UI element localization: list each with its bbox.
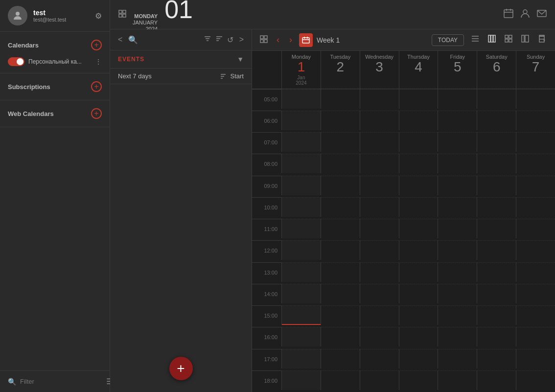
grid-cell-row7-col4[interactable] <box>438 240 477 260</box>
grid-cell-row2-col6[interactable] <box>516 132 555 152</box>
grid-cell-row2-col5[interactable] <box>477 132 516 152</box>
grid-cell-row8-col2[interactable] <box>360 262 399 282</box>
grid-cell-row7-col5[interactable] <box>477 240 516 260</box>
filter-icon[interactable] <box>204 35 211 45</box>
grid-cell-row11-col6[interactable] <box>516 327 555 346</box>
grid-cell-row7-col3[interactable] <box>399 240 438 260</box>
grid-cell-row0-col3[interactable] <box>399 89 438 109</box>
columns-view-button[interactable] <box>485 32 499 47</box>
grid-cell-row13-col4[interactable] <box>438 370 477 390</box>
grid-cell-row13-col1[interactable] <box>321 370 360 390</box>
grid-cell-row9-col6[interactable] <box>516 284 555 303</box>
grid-cell-row11-col1[interactable] <box>321 327 360 346</box>
grid-cell-row6-col1[interactable] <box>321 219 360 238</box>
print-button[interactable] <box>534 32 549 47</box>
add-event-button[interactable]: + <box>169 357 193 380</box>
grid-cell-row8-col3[interactable] <box>399 262 438 282</box>
grid-cell-row0-col6[interactable] <box>516 89 555 109</box>
grid-cell-row6-col6[interactable] <box>516 219 555 238</box>
grid-cell-row7-col2[interactable] <box>360 240 399 260</box>
mail-icon[interactable] <box>536 8 547 21</box>
grid-cell-row4-col3[interactable] <box>399 176 438 195</box>
grid-cell-row10-col1[interactable] <box>321 305 360 325</box>
grid-cell-row3-col5[interactable] <box>477 154 516 173</box>
grid-cell-row6-col5[interactable] <box>477 219 516 238</box>
grid-cell-row4-col5[interactable] <box>477 176 516 195</box>
grid-cell-row9-col4[interactable] <box>438 284 477 303</box>
grid-cell-row12-col2[interactable] <box>360 349 399 369</box>
grid-cell-row7-col0[interactable] <box>281 240 321 260</box>
events-next-button[interactable]: > <box>237 33 246 46</box>
add-calendar-button[interactable]: + <box>91 40 102 50</box>
grid-cell-row2-col1[interactable] <box>321 132 360 152</box>
events-prev-button[interactable]: < <box>116 33 124 46</box>
grid-cell-row12-col4[interactable] <box>438 349 477 369</box>
grid-cell-row11-col0[interactable] <box>281 327 321 346</box>
grid-cell-row8-col1[interactable] <box>321 262 360 282</box>
grid-cell-row11-col3[interactable] <box>399 327 438 346</box>
grid-cell-row6-col3[interactable] <box>399 219 438 238</box>
grid-cell-row9-col1[interactable] <box>321 284 360 303</box>
grid-cell-row4-col6[interactable] <box>516 176 555 195</box>
grid-cell-row8-col5[interactable] <box>477 262 516 282</box>
calendar-app-icon[interactable] <box>503 8 514 21</box>
grid-cell-row4-col2[interactable] <box>360 176 399 195</box>
grid-cell-row8-col6[interactable] <box>516 262 555 282</box>
grid-cell-row9-col5[interactable] <box>477 284 516 303</box>
filter-input[interactable] <box>20 378 102 385</box>
grid-cell-row2-col3[interactable] <box>399 132 438 152</box>
grid-cell-row10-col2[interactable] <box>360 305 399 325</box>
grid-cell-row4-col1[interactable] <box>321 176 360 195</box>
grid-cell-row7-col1[interactable] <box>321 240 360 260</box>
grid-cell-row3-col0[interactable] <box>281 154 321 173</box>
contacts-icon[interactable] <box>520 8 531 21</box>
grid-view-button[interactable] <box>501 32 516 47</box>
grid-cell-row5-col4[interactable] <box>438 197 477 217</box>
grid-cell-row1-col0[interactable] <box>281 111 321 130</box>
calendar-next-button[interactable]: › <box>286 33 295 47</box>
add-subscription-button[interactable]: + <box>91 81 102 92</box>
settings-icon[interactable]: ⚙ <box>95 11 102 21</box>
grid-cell-row5-col3[interactable] <box>399 197 438 217</box>
grid-cell-row1-col5[interactable] <box>477 111 516 130</box>
grid-cell-row4-col0[interactable] <box>281 176 321 195</box>
grid-cell-row13-col0[interactable] <box>281 370 321 390</box>
grid-cell-row10-col3[interactable] <box>399 305 438 325</box>
grid-cell-row0-col2[interactable] <box>360 89 399 109</box>
grid-cell-row2-col0[interactable] <box>281 132 321 152</box>
grid-cell-row1-col4[interactable] <box>438 111 477 130</box>
grid-cell-row7-col6[interactable] <box>516 240 555 260</box>
grid-cell-row11-col2[interactable] <box>360 327 399 346</box>
sidebar-view-button[interactable] <box>518 32 532 47</box>
list-view-button[interactable] <box>468 32 483 47</box>
grid-cell-row10-col5[interactable] <box>477 305 516 325</box>
grid-cell-row12-col0[interactable] <box>281 349 321 369</box>
sort-icon[interactable] <box>215 35 223 45</box>
grid-cell-row0-col0[interactable] <box>281 89 321 109</box>
refresh-icon[interactable]: ↺ <box>227 35 233 45</box>
grid-cell-row3-col1[interactable] <box>321 154 360 173</box>
grid-cell-row6-col2[interactable] <box>360 219 399 238</box>
grid-cell-row5-col5[interactable] <box>477 197 516 217</box>
events-collapse-icon[interactable]: ▼ <box>237 55 244 63</box>
grid-cell-row3-col2[interactable] <box>360 154 399 173</box>
grid-cell-row5-col0[interactable] <box>281 197 321 217</box>
grid-cell-row1-col1[interactable] <box>321 111 360 130</box>
grid-cell-row9-col0[interactable] <box>281 284 321 303</box>
grid-cell-row12-col1[interactable] <box>321 349 360 369</box>
grid-cell-row0-col4[interactable] <box>438 89 477 109</box>
grid-cell-row1-col2[interactable] <box>360 111 399 130</box>
grid-cell-row3-col3[interactable] <box>399 154 438 173</box>
calendar-date-button[interactable] <box>299 33 313 47</box>
grid-cell-row13-col2[interactable] <box>360 370 399 390</box>
grid-cell-row3-col4[interactable] <box>438 154 477 173</box>
grid-cell-row5-col6[interactable] <box>516 197 555 217</box>
add-web-calendar-button[interactable]: + <box>91 108 102 119</box>
grid-cell-row11-col4[interactable] <box>438 327 477 346</box>
grid-cell-row9-col3[interactable] <box>399 284 438 303</box>
grid-cell-row0-col5[interactable] <box>477 89 516 109</box>
grid-cell-row5-col1[interactable] <box>321 197 360 217</box>
grid-cell-row11-col5[interactable] <box>477 327 516 346</box>
grid-cell-row3-col6[interactable] <box>516 154 555 173</box>
grid-cell-row6-col4[interactable] <box>438 219 477 238</box>
